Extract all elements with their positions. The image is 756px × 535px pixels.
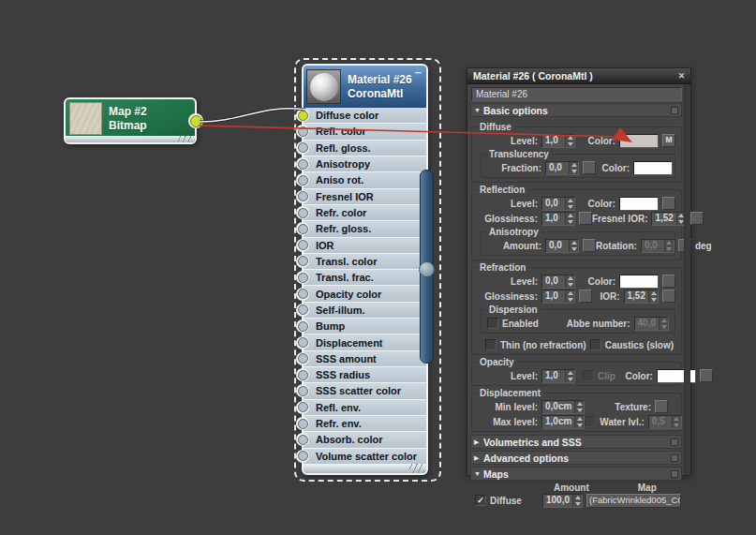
diffuse-level-spinner[interactable]: 1,0 <box>541 134 575 148</box>
maps-diffuse-map-button[interactable]: (FabricWrinkled005_COL_VAR1_ <box>586 494 681 508</box>
rollout-volumetrics[interactable]: ▶ Volumetrics and SSS <box>470 435 682 449</box>
input-socket[interactable] <box>296 271 309 284</box>
spinner-arrows-icon[interactable] <box>565 213 574 225</box>
reflection-gloss-spinner[interactable]: 1,0 <box>541 212 575 226</box>
reflection-color-swatch[interactable] <box>619 197 659 211</box>
slot-bump[interactable]: Bump <box>304 319 426 334</box>
slot-transl-color[interactable]: Transl. color <box>304 254 426 270</box>
input-socket[interactable] <box>296 433 309 446</box>
rollout-corner-icon[interactable] <box>671 438 678 446</box>
translucency-color-swatch[interactable] <box>633 161 673 175</box>
rollout-advanced[interactable]: ▶ Advanced options <box>470 451 682 465</box>
enabled-checkbox[interactable] <box>487 318 498 329</box>
map-node[interactable]: Map #2 Bitmap <box>64 97 197 144</box>
connection-wire[interactable] <box>200 109 305 122</box>
diffuse-color-swatch[interactable] <box>619 134 659 148</box>
aniso-rotation-spinner[interactable]: 0,0 <box>641 239 674 253</box>
maps-diffuse-amount-spinner[interactable]: 100,0 <box>542 494 583 508</box>
reflection-color-map-button[interactable] <box>662 197 675 210</box>
input-socket[interactable] <box>296 384 309 397</box>
input-socket[interactable] <box>296 368 309 381</box>
spinner-arrows-icon[interactable] <box>569 240 578 252</box>
slot-volume-scatter-color[interactable]: Volume scatter color <box>304 449 426 464</box>
caustics-checkbox[interactable] <box>590 339 601 350</box>
panel-scrollbar-gutter[interactable] <box>684 84 690 475</box>
opacity-color-map-button[interactable] <box>700 369 713 382</box>
rollout-basic-options[interactable]: ▼ Basic options <box>470 103 682 117</box>
spinner-arrows-icon[interactable] <box>574 401 584 413</box>
displacement-texture-button[interactable] <box>655 400 668 413</box>
slot-sss-scatter-color[interactable]: SSS scatter color <box>304 383 426 399</box>
slot-anisotropy[interactable]: Anisotropy <box>304 156 426 172</box>
slot-self-illum[interactable]: Self-illum. <box>304 303 426 319</box>
aniso-amount-map-button[interactable] <box>583 239 596 252</box>
refraction-color-map-button[interactable] <box>662 275 675 288</box>
water-level-spinner[interactable]: 0,5 <box>648 415 682 429</box>
spinner-arrows-icon[interactable] <box>664 240 674 252</box>
aniso-amount-spinner[interactable]: 0,0 <box>545 239 579 253</box>
diffuse-map-button[interactable]: M <box>662 134 675 147</box>
slot-absorb-color[interactable]: Absorb. color <box>304 432 426 448</box>
input-socket[interactable] <box>296 173 309 186</box>
slot-refl-gloss[interactable]: Refl. gloss. <box>304 141 426 156</box>
input-socket[interactable] <box>296 401 309 414</box>
input-socket[interactable] <box>296 352 309 365</box>
bitmap-thumbnail[interactable] <box>69 102 102 135</box>
material-name-input[interactable]: Material #26 <box>471 87 682 101</box>
rollout-maps[interactable]: ▼ Maps <box>470 467 682 481</box>
input-socket[interactable] <box>296 190 309 203</box>
reflection-level-spinner[interactable]: 0,0 <box>541 197 575 211</box>
displacement-max-spinner[interactable]: 1,0cm <box>541 415 585 429</box>
collapse-node-icon[interactable]: – <box>415 66 422 79</box>
slot-refl-color[interactable]: Refl. color <box>304 124 426 140</box>
input-socket[interactable] <box>296 239 309 252</box>
material-node-header[interactable]: Material #26 CoronaMtl – <box>304 66 426 108</box>
material-preview[interactable] <box>306 69 341 104</box>
slot-displacement[interactable]: Displacement <box>304 334 426 350</box>
slot-refr-env[interactable]: Refr. env. <box>304 416 426 432</box>
thin-checkbox[interactable] <box>485 339 497 350</box>
spinner-arrows-icon[interactable] <box>569 162 578 174</box>
slot-ior[interactable]: IOR <box>304 238 426 254</box>
slot-opacity-color[interactable]: Opacity color <box>304 286 426 302</box>
node-scrollbar-handle[interactable] <box>419 261 435 277</box>
input-socket[interactable] <box>296 206 309 219</box>
clip-checkbox[interactable] <box>583 370 594 381</box>
slot-transl-frac[interactable]: Transl. frac. <box>304 270 426 286</box>
rollout-corner-icon[interactable] <box>671 454 678 462</box>
input-socket[interactable] <box>296 255 309 268</box>
resize-grip-icon[interactable] <box>409 464 424 473</box>
spinner-arrows-icon[interactable] <box>574 416 584 428</box>
slot-aniso-rot[interactable]: Aniso rot. <box>304 172 426 188</box>
input-socket[interactable] <box>296 417 309 430</box>
input-socket[interactable] <box>296 288 309 301</box>
close-icon[interactable]: ✕ <box>676 71 687 81</box>
slot-sss-radius[interactable]: SSS radius <box>304 367 426 383</box>
refraction-ior-map-button[interactable] <box>662 290 675 303</box>
refraction-gloss-spinner[interactable]: 1,0 <box>541 290 575 304</box>
fresnel-ior-map-button[interactable] <box>690 212 704 225</box>
slot-refr-gloss[interactable]: Refr. gloss. <box>304 221 426 237</box>
water-level-checkbox[interactable] <box>585 416 596 427</box>
panel-titlebar[interactable]: Material #26 ( CoronaMtl ) ✕ <box>467 68 690 84</box>
refraction-color-swatch[interactable] <box>619 275 659 289</box>
spinner-arrows-icon[interactable] <box>572 495 582 507</box>
spinner-arrows-icon[interactable] <box>565 135 574 147</box>
input-socket[interactable] <box>296 304 309 317</box>
slot-sss-amount[interactable]: SSS amount <box>304 351 426 367</box>
input-socket[interactable] <box>296 125 309 138</box>
rollout-corner-icon[interactable] <box>671 470 678 478</box>
slot-refr-color[interactable]: Refr. color <box>304 205 426 221</box>
spinner-arrows-icon[interactable] <box>565 290 574 303</box>
slot-refl-env[interactable]: Refl. env. <box>304 400 426 416</box>
fresnel-ior-spinner[interactable]: 1,52 <box>651 212 686 226</box>
input-socket[interactable] <box>296 336 309 349</box>
spinner-arrows-icon[interactable] <box>672 416 681 428</box>
refraction-gloss-map-button[interactable] <box>579 290 592 303</box>
rollout-corner-icon[interactable] <box>671 107 678 114</box>
node-scrollbar[interactable] <box>420 170 434 364</box>
spinner-arrows-icon[interactable] <box>565 275 574 288</box>
spinner-arrows-icon[interactable] <box>565 370 574 382</box>
material-node[interactable]: Material #26 CoronaMtl – Diffuse color R… <box>302 64 428 475</box>
slot-fresnel-ior[interactable]: Fresnel IOR <box>304 189 426 205</box>
